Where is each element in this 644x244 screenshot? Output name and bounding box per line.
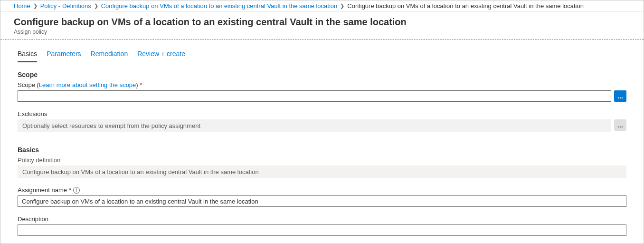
breadcrumb-current: Configure backup on VMs of a location to… [347, 2, 584, 10]
scope-label: Scope (Learn more about setting the scop… [18, 81, 626, 88]
breadcrumb: Home ❯ Policy - Definitions ❯ Configure … [0, 0, 644, 12]
chevron-right-icon: ❯ [340, 3, 344, 9]
required-asterisk: * [140, 81, 142, 88]
scope-heading: Scope [18, 71, 626, 78]
info-icon[interactable]: i [73, 187, 80, 194]
page-title: Configure backup on VMs of a location to… [14, 17, 630, 28]
exclusions-label: Exclusions [18, 110, 626, 117]
content-area: Basics Parameters Remediation Review + c… [0, 39, 644, 236]
chevron-right-icon: ❯ [33, 3, 38, 9]
assignment-name-input[interactable] [18, 195, 626, 207]
scope-input[interactable] [18, 90, 611, 102]
tab-review-create[interactable]: Review + create [137, 48, 185, 62]
exclusions-input[interactable]: Optionally select resources to exempt fr… [18, 119, 611, 132]
tab-parameters[interactable]: Parameters [47, 48, 81, 62]
exclusions-picker-button[interactable]: ... [614, 119, 626, 131]
scope-label-suffix: ) [136, 81, 138, 88]
page-subtitle: Assign policy [14, 29, 630, 35]
breadcrumb-home[interactable]: Home [14, 2, 30, 10]
assignment-name-label: Assignment name * i [18, 186, 626, 194]
page-header: Configure backup on VMs of a location to… [0, 12, 644, 39]
tab-remediation[interactable]: Remediation [91, 48, 128, 62]
description-label: Description [18, 215, 626, 223]
scope-picker-button[interactable]: ... [614, 90, 626, 102]
policy-definition-label: Policy definition [18, 156, 626, 164]
required-asterisk: * [69, 186, 71, 194]
breadcrumb-policy[interactable]: Policy - Definitions [40, 2, 91, 10]
breadcrumb-definition[interactable]: Configure backup on VMs of a location to… [101, 2, 338, 10]
tab-basics[interactable]: Basics [18, 48, 37, 62]
scope-label-prefix: Scope ( [18, 81, 39, 88]
tabs: Basics Parameters Remediation Review + c… [18, 48, 626, 62]
scope-learn-more-link[interactable]: Learn more about setting the scope [39, 81, 136, 88]
chevron-right-icon: ❯ [94, 3, 98, 9]
basics-heading: Basics [18, 146, 626, 154]
policy-definition-value: Configure backup on VMs of a location to… [18, 166, 626, 178]
description-input[interactable] [18, 224, 626, 236]
